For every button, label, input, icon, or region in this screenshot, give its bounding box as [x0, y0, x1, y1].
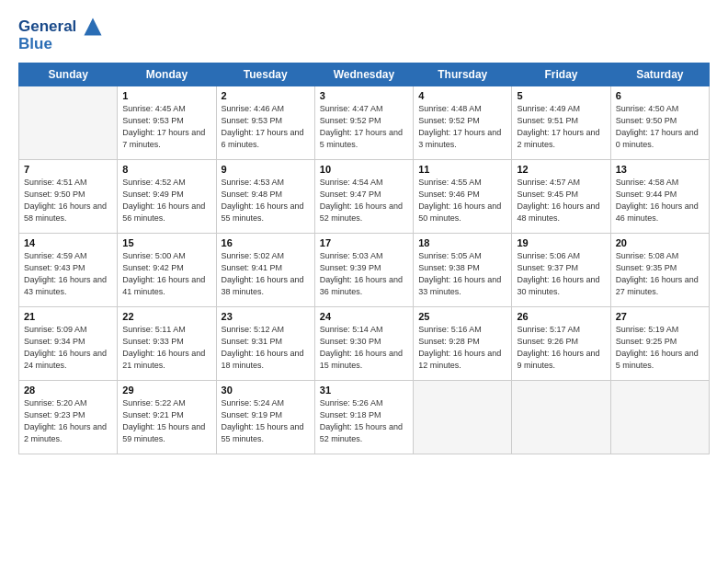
- day-number: 28: [24, 385, 112, 396]
- day-info: Sunrise: 4:54 AMSunset: 9:47 PMDaylight:…: [320, 177, 408, 224]
- day-cell: 28 Sunrise: 5:20 AMSunset: 9:23 PMDaylig…: [19, 381, 118, 454]
- day-info: Sunrise: 5:08 AMSunset: 9:35 PMDaylight:…: [616, 250, 704, 298]
- day-number: 22: [122, 311, 210, 322]
- day-cell: 18 Sunrise: 5:05 AMSunset: 9:38 PMDaylig…: [414, 234, 512, 307]
- logo-text: General: [18, 17, 103, 37]
- day-cell: 20 Sunrise: 5:08 AMSunset: 9:35 PMDaylig…: [610, 234, 709, 307]
- day-number: 9: [222, 164, 310, 175]
- day-cell: 30 Sunrise: 5:24 AMSunset: 9:19 PMDaylig…: [216, 381, 314, 454]
- week-row-4: 21 Sunrise: 5:09 AMSunset: 9:34 PMDaylig…: [19, 307, 710, 381]
- day-number: 4: [418, 90, 506, 101]
- day-info: Sunrise: 5:03 AMSunset: 9:39 PMDaylight:…: [320, 250, 408, 298]
- day-info: Sunrise: 5:17 AMSunset: 9:26 PMDaylight:…: [517, 324, 605, 372]
- day-info: Sunrise: 4:47 AMSunset: 9:52 PMDaylight:…: [320, 103, 408, 151]
- day-cell: 10 Sunrise: 4:54 AMSunset: 9:47 PMDaylig…: [314, 160, 413, 234]
- day-number: 24: [320, 311, 408, 322]
- day-cell: 25 Sunrise: 5:16 AMSunset: 9:28 PMDaylig…: [414, 307, 512, 381]
- day-number: 16: [222, 237, 310, 248]
- day-number: 23: [222, 311, 310, 322]
- day-cell: 19 Sunrise: 5:06 AMSunset: 9:37 PMDaylig…: [512, 234, 610, 307]
- day-number: 31: [320, 385, 408, 396]
- day-cell: [414, 381, 512, 454]
- header-saturday: Saturday: [610, 63, 709, 86]
- page: General Blue Sunday Monday Tuesday Wedne…: [0, 0, 728, 465]
- week-row-1: 1 Sunrise: 4:45 AMSunset: 9:53 PMDayligh…: [19, 86, 710, 160]
- day-cell: 24 Sunrise: 5:14 AMSunset: 9:30 PMDaylig…: [314, 307, 413, 381]
- day-cell: 16 Sunrise: 5:02 AMSunset: 9:41 PMDaylig…: [216, 234, 314, 307]
- day-cell: 12 Sunrise: 4:57 AMSunset: 9:45 PMDaylig…: [512, 160, 610, 234]
- day-info: Sunrise: 4:50 AMSunset: 9:50 PMDaylight:…: [616, 103, 704, 151]
- day-info: Sunrise: 5:22 AMSunset: 9:21 PMDaylight:…: [122, 397, 210, 445]
- day-info: Sunrise: 4:58 AMSunset: 9:44 PMDaylight:…: [616, 177, 704, 224]
- day-cell: 21 Sunrise: 5:09 AMSunset: 9:34 PMDaylig…: [19, 307, 118, 381]
- day-number: 1: [122, 90, 210, 101]
- day-cell: 1 Sunrise: 4:45 AMSunset: 9:53 PMDayligh…: [118, 86, 216, 160]
- day-number: 7: [24, 164, 112, 175]
- day-info: Sunrise: 5:16 AMSunset: 9:28 PMDaylight:…: [418, 324, 506, 372]
- header-sunday: Sunday: [19, 63, 118, 86]
- header-wednesday: Wednesday: [314, 63, 413, 86]
- day-cell: 27 Sunrise: 5:19 AMSunset: 9:25 PMDaylig…: [610, 307, 709, 381]
- day-info: Sunrise: 4:52 AMSunset: 9:49 PMDaylight:…: [122, 177, 210, 224]
- header-tuesday: Tuesday: [216, 63, 314, 86]
- logo-blue: Blue: [18, 35, 103, 53]
- day-number: 17: [320, 237, 408, 248]
- day-cell: 7 Sunrise: 4:51 AMSunset: 9:50 PMDayligh…: [19, 160, 118, 234]
- day-info: Sunrise: 5:02 AMSunset: 9:41 PMDaylight:…: [222, 250, 310, 298]
- day-info: Sunrise: 4:49 AMSunset: 9:51 PMDaylight:…: [517, 103, 605, 151]
- day-cell: 5 Sunrise: 4:49 AMSunset: 9:51 PMDayligh…: [512, 86, 610, 160]
- day-cell: 31 Sunrise: 5:26 AMSunset: 9:18 PMDaylig…: [314, 381, 413, 454]
- day-cell: 17 Sunrise: 5:03 AMSunset: 9:39 PMDaylig…: [314, 234, 413, 307]
- header-friday: Friday: [512, 63, 610, 86]
- day-info: Sunrise: 5:26 AMSunset: 9:18 PMDaylight:…: [320, 397, 408, 445]
- day-info: Sunrise: 5:19 AMSunset: 9:25 PMDaylight:…: [616, 324, 704, 372]
- day-number: 25: [418, 311, 506, 322]
- day-cell: 26 Sunrise: 5:17 AMSunset: 9:26 PMDaylig…: [512, 307, 610, 381]
- day-number: 11: [418, 164, 506, 175]
- day-number: 2: [222, 90, 310, 101]
- svg-marker-0: [85, 17, 102, 35]
- day-info: Sunrise: 4:46 AMSunset: 9:53 PMDaylight:…: [222, 103, 310, 151]
- day-number: 13: [616, 164, 704, 175]
- day-number: 14: [24, 237, 112, 248]
- day-cell: 11 Sunrise: 4:55 AMSunset: 9:46 PMDaylig…: [414, 160, 512, 234]
- day-cell: 22 Sunrise: 5:11 AMSunset: 9:33 PMDaylig…: [118, 307, 216, 381]
- logo: General Blue: [18, 17, 103, 53]
- day-cell: 13 Sunrise: 4:58 AMSunset: 9:44 PMDaylig…: [610, 160, 709, 234]
- day-cell: [19, 86, 118, 160]
- day-info: Sunrise: 4:45 AMSunset: 9:53 PMDaylight:…: [122, 103, 210, 151]
- day-number: 18: [418, 237, 506, 248]
- day-number: 5: [517, 90, 605, 101]
- header: General Blue: [18, 17, 710, 53]
- day-number: 8: [122, 164, 210, 175]
- day-info: Sunrise: 5:24 AMSunset: 9:19 PMDaylight:…: [222, 397, 310, 445]
- day-info: Sunrise: 5:11 AMSunset: 9:33 PMDaylight:…: [122, 324, 210, 372]
- day-info: Sunrise: 5:06 AMSunset: 9:37 PMDaylight:…: [517, 250, 605, 298]
- day-info: Sunrise: 5:09 AMSunset: 9:34 PMDaylight:…: [24, 324, 112, 372]
- week-row-5: 28 Sunrise: 5:20 AMSunset: 9:23 PMDaylig…: [19, 381, 710, 454]
- day-info: Sunrise: 4:55 AMSunset: 9:46 PMDaylight:…: [418, 177, 506, 224]
- day-cell: 14 Sunrise: 4:59 AMSunset: 9:43 PMDaylig…: [19, 234, 118, 307]
- day-cell: [512, 381, 610, 454]
- day-number: 15: [122, 237, 210, 248]
- day-info: Sunrise: 5:00 AMSunset: 9:42 PMDaylight:…: [122, 250, 210, 298]
- day-info: Sunrise: 4:57 AMSunset: 9:45 PMDaylight:…: [517, 177, 605, 224]
- day-info: Sunrise: 5:05 AMSunset: 9:38 PMDaylight:…: [418, 250, 506, 298]
- day-cell: 2 Sunrise: 4:46 AMSunset: 9:53 PMDayligh…: [216, 86, 314, 160]
- day-cell: 29 Sunrise: 5:22 AMSunset: 9:21 PMDaylig…: [118, 381, 216, 454]
- day-number: 3: [320, 90, 408, 101]
- day-cell: 8 Sunrise: 4:52 AMSunset: 9:49 PMDayligh…: [118, 160, 216, 234]
- day-number: 21: [24, 311, 112, 322]
- day-number: 6: [616, 90, 704, 101]
- day-number: 12: [517, 164, 605, 175]
- day-info: Sunrise: 5:20 AMSunset: 9:23 PMDaylight:…: [24, 397, 112, 445]
- day-number: 19: [517, 237, 605, 248]
- logo-icon: [83, 17, 103, 37]
- day-cell: 6 Sunrise: 4:50 AMSunset: 9:50 PMDayligh…: [610, 86, 709, 160]
- day-info: Sunrise: 4:53 AMSunset: 9:48 PMDaylight:…: [222, 177, 310, 224]
- day-info: Sunrise: 4:51 AMSunset: 9:50 PMDaylight:…: [24, 177, 112, 224]
- day-number: 26: [517, 311, 605, 322]
- calendar-table: Sunday Monday Tuesday Wednesday Thursday…: [18, 63, 710, 454]
- day-info: Sunrise: 5:12 AMSunset: 9:31 PMDaylight:…: [222, 324, 310, 372]
- day-number: 29: [122, 385, 210, 396]
